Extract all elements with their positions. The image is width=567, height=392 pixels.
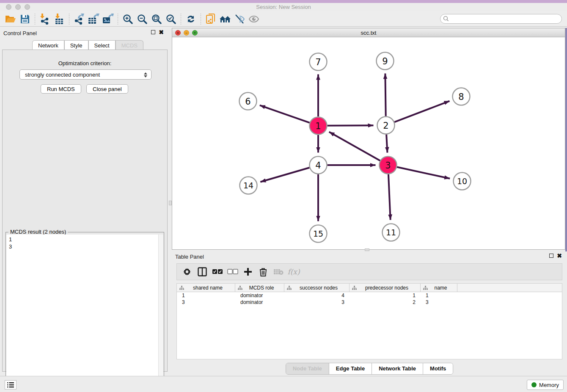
edge-3-10[interactable] [397, 167, 450, 179]
deselect-all-checkboxes-icon[interactable] [226, 265, 239, 278]
close-panel-icon[interactable]: ✖ [159, 30, 164, 34]
application-window: Session: New Session [0, 0, 567, 392]
float-panel-icon[interactable] [549, 254, 553, 258]
export-network-icon[interactable] [72, 13, 86, 25]
import-network-icon[interactable] [38, 13, 52, 25]
column-layout-icon[interactable] [195, 265, 209, 278]
tab-select[interactable]: Select [88, 40, 116, 50]
export-image-icon[interactable] [101, 13, 115, 25]
background-window-edge [565, 28, 567, 252]
column-type-icon [179, 286, 184, 290]
run-mcds-button[interactable]: Run MCDS [41, 84, 81, 94]
table-panel-titlebar: Table Panel ✖ [172, 251, 567, 262]
select-all-checkboxes-icon[interactable] [211, 265, 224, 278]
edge-3-11[interactable] [388, 174, 391, 220]
new-network-from-selection-icon[interactable] [204, 13, 218, 25]
close-panel-button[interactable]: Close panel [86, 84, 128, 94]
tab-node-table[interactable]: Node Table [286, 363, 329, 374]
search-input[interactable] [440, 14, 562, 24]
export-table-icon[interactable] [86, 13, 101, 25]
first-neighbors-icon[interactable] [218, 13, 232, 25]
column-header-shared-name[interactable]: shared name [177, 284, 235, 292]
table-row[interactable]: 3dominator323 [177, 299, 562, 306]
table-cell[interactable]: 3 [284, 299, 350, 306]
tab-network[interactable]: Network [32, 40, 64, 50]
mcds-result-title: MCDS result (2 nodes) [8, 229, 68, 235]
table-cell[interactable]: 2 [350, 299, 421, 306]
control-panel: Control Panel ✖ Network Style Select MCD… [0, 28, 170, 375]
edge-2-8[interactable] [394, 101, 449, 122]
network-window-titlebar[interactable]: × − + scc.txt [172, 28, 565, 37]
table-header-row: shared nameMCDS rolesuccessor nodesprede… [177, 284, 562, 292]
show-all-icon[interactable] [247, 13, 261, 25]
column-type-icon [287, 286, 292, 290]
refresh-icon[interactable] [184, 13, 198, 25]
network-graph[interactable]: 7968124314101511 [172, 37, 565, 249]
save-session-icon[interactable] [18, 13, 32, 25]
tab-network-table[interactable]: Network Table [372, 363, 423, 374]
table-cell[interactable]: dominator [235, 299, 284, 306]
table-cell[interactable]: 3 [421, 299, 457, 306]
tab-motifs[interactable]: Motifs [423, 363, 453, 374]
table-panel-title: Table Panel [175, 254, 204, 260]
function-builder-icon[interactable]: f(x) [287, 265, 300, 278]
horizontal-splitter-handle[interactable] [365, 248, 369, 251]
settings-icon[interactable] [180, 265, 194, 278]
edge-1-2[interactable] [327, 125, 373, 126]
table-cell[interactable]: 4 [284, 292, 350, 299]
tab-mcds[interactable]: MCDS [116, 40, 143, 50]
tab-edge-table[interactable]: Edge Table [329, 363, 372, 374]
column-header-MCDS-role[interactable]: MCDS role [235, 284, 284, 292]
zoom-out-icon[interactable] [135, 13, 149, 25]
node-table[interactable]: shared nameMCDS rolesuccessor nodesprede… [176, 283, 562, 359]
network-canvas[interactable]: 7968124314101511 [172, 37, 565, 249]
tab-style[interactable]: Style [64, 40, 88, 50]
graph-node-label: 2 [383, 121, 388, 131]
delete-table-icon[interactable] [272, 265, 285, 278]
column-header-name[interactable]: name [421, 284, 457, 292]
zoom-in-icon[interactable] [121, 13, 135, 25]
column-header-successor-nodes[interactable]: successor nodes [284, 284, 350, 292]
graph-node-label: 1 [315, 121, 321, 131]
table-cell[interactable]: 1 [421, 292, 457, 299]
add-column-icon[interactable] [241, 265, 255, 278]
memory-status-icon [531, 382, 537, 387]
delete-column-icon[interactable] [256, 265, 270, 278]
column-header-predecessor-nodes[interactable]: predecessor nodes [350, 284, 421, 292]
edge-2-9[interactable] [385, 73, 385, 116]
table-cell[interactable]: 3 [177, 299, 235, 306]
edge-2-3[interactable] [386, 134, 387, 152]
edge-3-1[interactable] [329, 132, 380, 160]
control-panel-title: Control Panel [3, 30, 37, 36]
graph-node-label: 4 [315, 160, 321, 171]
optimization-criterion-value: strongly connected component [25, 72, 100, 78]
hide-selected-icon[interactable] [232, 13, 247, 25]
table-cell[interactable]: dominator [235, 292, 284, 299]
table-row[interactable]: 1dominator411 [177, 292, 562, 299]
zoom-fit-icon[interactable] [149, 13, 164, 25]
mcds-result-scrollbar[interactable] [158, 235, 163, 391]
titlebar: Session: New Session [0, 3, 567, 11]
graph-node-label: 15 [313, 229, 323, 238]
search-field-wrap [440, 14, 562, 24]
task-history-button[interactable] [5, 380, 17, 389]
table-cell[interactable]: 1 [350, 292, 421, 299]
toolbar-separator [35, 14, 35, 25]
open-file-icon[interactable] [3, 13, 18, 25]
optimization-criterion-select[interactable]: strongly connected component [19, 69, 151, 80]
import-table-icon[interactable] [52, 13, 66, 25]
column-type-icon [238, 286, 242, 290]
float-panel-icon[interactable] [151, 30, 155, 34]
edge-1-6[interactable] [260, 105, 310, 123]
memory-button[interactable]: Memory [527, 380, 564, 390]
edge-4-14[interactable] [260, 168, 309, 182]
close-panel-icon[interactable]: ✖ [557, 254, 562, 258]
control-panel-tabs: Network Style Select MCDS [32, 40, 143, 50]
vertical-splitter-handle[interactable] [169, 201, 172, 205]
mcds-result-list[interactable]: 1 3 [6, 235, 158, 391]
zoom-selected-icon[interactable] [164, 13, 178, 25]
toolbar-separator [181, 14, 181, 25]
table-cell[interactable]: 1 [177, 292, 235, 299]
network-window-title: scc.txt [172, 30, 565, 36]
search-icon [443, 16, 449, 22]
